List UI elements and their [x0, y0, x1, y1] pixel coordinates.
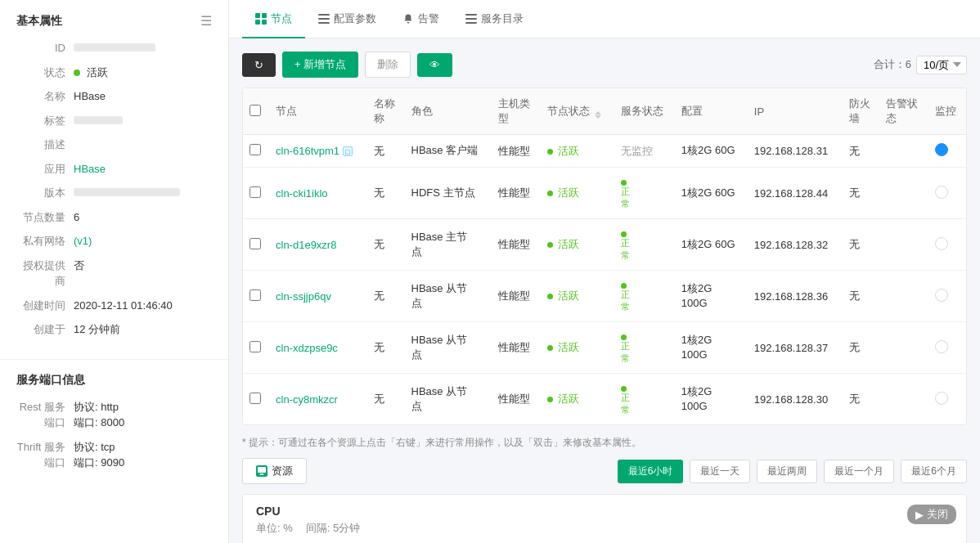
- row-checkbox-cell: [243, 271, 269, 322]
- monitor-indicator[interactable]: [935, 340, 948, 353]
- col-checkbox: [243, 88, 269, 135]
- basic-properties-section: 基本属性 ☰ ID 状态 活跃 名称 HBase 标签 描述 应用: [0, 0, 228, 360]
- row-config: 1核2G 100G: [675, 374, 748, 425]
- row-service-status: 无监控: [614, 135, 675, 168]
- row-node-status: 活跃: [541, 219, 614, 271]
- node-link[interactable]: cln-cki1iklo: [276, 187, 361, 200]
- refresh-button[interactable]: ↻: [242, 53, 276, 77]
- prop-desc: 描述: [16, 137, 212, 153]
- id-value: [74, 40, 212, 56]
- table-row: cln-616tvpm1 □ 无 HBase 客户端 性能型 活跃 无监控 1核…: [243, 135, 966, 168]
- nodes-table: 节点 名称称 角色 主机类型 节点状态 服务状态 配置: [242, 88, 967, 425]
- monitor-indicator[interactable]: [935, 143, 948, 156]
- refresh-icon: ↻: [254, 59, 263, 71]
- node-link[interactable]: cln-616tvpm1 □: [276, 145, 361, 157]
- tab-nodes[interactable]: 节点: [242, 0, 305, 38]
- row-ip: 192.168.128.32: [748, 219, 843, 271]
- select-all-checkbox[interactable]: [249, 105, 261, 116]
- svg-rect-9: [465, 22, 477, 24]
- row-name: 无: [367, 168, 405, 219]
- id-label: ID: [16, 40, 74, 56]
- prop-name: 名称 HBase: [16, 88, 212, 105]
- tab-alert[interactable]: 告警: [389, 0, 452, 38]
- node-link[interactable]: cln-ssjjp6qv: [276, 290, 361, 303]
- eye-button[interactable]: 👁: [417, 53, 452, 77]
- node-status-text: 活跃: [558, 145, 579, 157]
- time-2w-button[interactable]: 最近两周: [757, 460, 817, 483]
- row-host-type: 性能型: [492, 135, 541, 168]
- row-node-status: 活跃: [541, 168, 614, 219]
- row-node: cln-d1e9xzr8: [269, 219, 367, 271]
- delete-button[interactable]: 删除: [365, 52, 411, 78]
- close-icon: ▶: [915, 509, 924, 521]
- service-status-text: 正常: [621, 186, 630, 210]
- row-role: HBase 主节 点: [405, 219, 492, 271]
- row-checkbox[interactable]: [249, 341, 261, 352]
- col-alert-status-header: 告警状态: [879, 88, 928, 135]
- prop-tag: 标签: [16, 113, 212, 129]
- row-checkbox[interactable]: [249, 289, 261, 301]
- node-status-dot: [547, 191, 553, 196]
- private-net-value[interactable]: (v1): [74, 233, 212, 249]
- rest-value: 协议: http 端口: 8000: [74, 399, 212, 431]
- resource-bar: 资源 最近6小时 最近一天 最近两周 最近一个月 最近6个月: [242, 458, 967, 484]
- monitor-indicator[interactable]: [935, 237, 948, 250]
- monitor-indicator[interactable]: [935, 186, 948, 199]
- row-config: 1核2G 100G: [675, 271, 748, 322]
- cpu-title: CPU: [256, 505, 953, 518]
- row-checkbox[interactable]: [249, 186, 261, 198]
- table-row: cln-d1e9xzr8 无 HBase 主节 点 性能型 活跃 正常 1核2G…: [243, 219, 966, 271]
- time-1d-button[interactable]: 最近一天: [690, 460, 750, 483]
- row-node: cln-cy8mkzcr: [269, 374, 367, 425]
- time-6m-button[interactable]: 最近6个月: [901, 460, 967, 483]
- row-checkbox[interactable]: [249, 238, 261, 249]
- col-host-type-header: 主机类型: [492, 88, 541, 135]
- col-node-status-header: 节点状态: [541, 88, 614, 135]
- close-toggle-button[interactable]: ▶ 关闭: [907, 505, 956, 524]
- node-link[interactable]: cln-d1e9xzr8: [276, 239, 361, 251]
- menu-icon[interactable]: ☰: [200, 13, 212, 29]
- row-role: HBase 客户端: [405, 135, 492, 168]
- desc-label: 描述: [16, 137, 74, 153]
- resource-button[interactable]: 资源: [242, 458, 307, 484]
- per-page-select[interactable]: 10/页 20/页 50/页: [916, 56, 967, 74]
- prop-app: 应用 HBase: [16, 161, 212, 177]
- eye-icon: 👁: [429, 59, 440, 71]
- service-status-dot: [621, 386, 627, 392]
- created-by-value: 12 分钟前: [74, 321, 212, 338]
- monitor-indicator[interactable]: [935, 289, 948, 302]
- app-value[interactable]: HBase: [74, 161, 212, 177]
- row-alert-status: [879, 271, 928, 322]
- created-value: 2020-12-11 01:46:40: [74, 298, 212, 314]
- row-checkbox[interactable]: [249, 393, 261, 404]
- svg-rect-3: [262, 20, 267, 25]
- row-service-status: 正常: [614, 219, 675, 271]
- left-panel: 基本属性 ☰ ID 状态 活跃 名称 HBase 标签 描述 应用: [0, 0, 229, 543]
- tab-service-catalog[interactable]: 服务目录: [452, 0, 537, 38]
- node-status-text: 活跃: [558, 289, 579, 302]
- row-checkbox-cell: [243, 374, 269, 425]
- status-value: 活跃: [74, 65, 212, 81]
- time-1m-button[interactable]: 最近一个月: [824, 460, 894, 483]
- total-info: 合计：6 10/页 20/页 50/页: [874, 56, 967, 74]
- thrift-label: Thrift 服务端口: [16, 439, 74, 471]
- row-firewall: 无: [843, 135, 880, 168]
- rest-label: Rest 服务端口: [16, 399, 74, 431]
- table-row: cln-cki1iklo 无 HDFS 主节点 性能型 活跃 正常 1核2G 6…: [243, 168, 966, 219]
- col-role-header: 角色: [405, 88, 492, 135]
- row-role: HDFS 主节点: [405, 168, 492, 219]
- time-6h-button[interactable]: 最近6小时: [618, 460, 684, 483]
- node-link[interactable]: cln-cy8mkzcr: [276, 393, 361, 406]
- svg-rect-1: [262, 13, 267, 18]
- right-panel: 节点 配置参数 告警: [229, 0, 980, 543]
- tab-config[interactable]: 配置参数: [305, 0, 389, 38]
- row-config: 1核2G 60G: [675, 219, 748, 271]
- created-label: 创建时间: [16, 298, 74, 314]
- monitor-indicator[interactable]: [935, 392, 948, 405]
- row-monitor: [928, 168, 966, 219]
- name-value: HBase: [74, 88, 212, 105]
- row-checkbox[interactable]: [249, 144, 261, 155]
- prop-thrift: Thrift 服务端口 协议: tcp 端口: 9090: [16, 439, 212, 471]
- add-node-button[interactable]: + 新增节点: [282, 52, 358, 78]
- node-link[interactable]: cln-xdzpse9c: [276, 342, 361, 354]
